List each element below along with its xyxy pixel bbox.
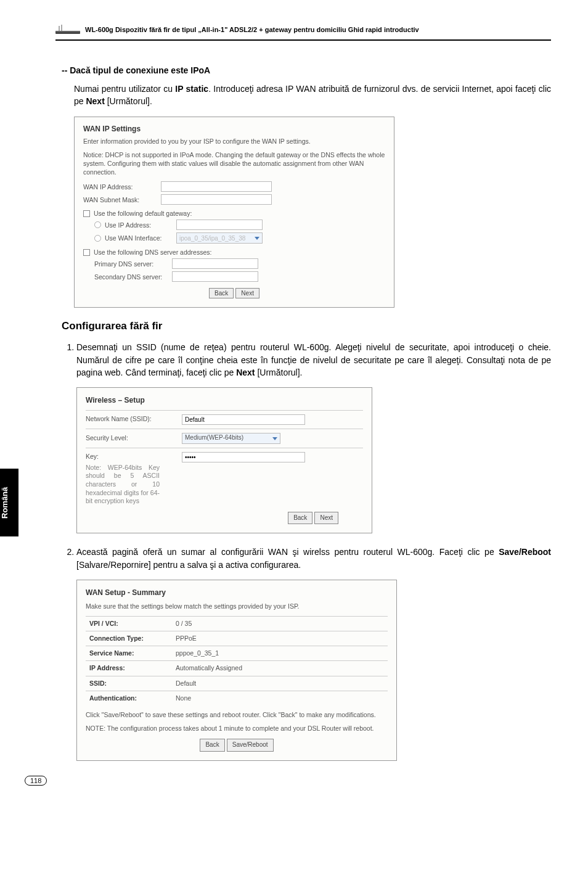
language-tab: Română [0, 469, 18, 536]
header-product-text: WL-600g Dispozitiv fără fir de tipul „Al… [85, 26, 419, 33]
summary-table: VPI / VCI:0 / 35 Connection Type:PPPoE S… [86, 616, 388, 705]
panel3-back-button[interactable]: Back [200, 739, 224, 752]
panel2-back-button[interactable]: Back [288, 512, 312, 525]
table-row: VPI / VCI:0 / 35 [86, 616, 388, 631]
auth-label: Authentication: [86, 691, 172, 705]
conn-type-value: PPPoE [172, 631, 388, 646]
primary-dns-input[interactable] [172, 258, 258, 269]
page-header: WL-600g Dispozitiv fără fir de tipul „Al… [55, 25, 551, 35]
use-gateway-checkbox[interactable] [83, 210, 90, 217]
panel3-footer2: NOTE: The configuration process takes ab… [86, 724, 388, 733]
primary-dns-label: Primary DNS server: [94, 260, 168, 268]
page-number: 118 [25, 776, 47, 786]
table-row: IP Address:Automatically Assigned [86, 661, 388, 676]
panel2-title: Wireless – Setup [86, 395, 363, 406]
secondary-dns-input[interactable] [172, 271, 258, 282]
header-divider [55, 39, 551, 41]
use-dns-label: Use the following DNS server addresses: [94, 248, 211, 256]
wan-subnet-label: WAN Subnet Mask: [83, 196, 157, 203]
table-row: Service Name:pppoe_0_35_1 [86, 646, 388, 661]
table-row: Connection Type:PPPoE [86, 631, 388, 646]
use-wan-if-label: Use WAN Interface: [105, 234, 173, 242]
wan-ip-settings-panel: WAN IP Settings Enter information provid… [74, 117, 394, 308]
wan-subnet-input[interactable] [161, 194, 272, 205]
key-note: Note: WEP-64bits Key should be 5 ASCII c… [86, 464, 160, 506]
use-wan-if-select[interactable]: ipoa_0_35/ipa_0_35_38 [176, 232, 263, 244]
ip-addr-label: IP Address: [86, 661, 172, 676]
security-level-label: Security Level: [86, 433, 178, 443]
panel2-next-button[interactable]: Next [314, 512, 338, 525]
key-label: Key: [86, 452, 178, 461]
svc-name-label: Service Name: [86, 646, 172, 661]
use-wan-if-radio[interactable] [94, 235, 101, 242]
wireless-setup-panel: Wireless – Setup Network Name (SSID): Se… [76, 387, 372, 533]
panel3-save-button[interactable]: Save/Reboot [227, 739, 274, 752]
ip-addr-value: Automatically Assigned [172, 661, 388, 676]
wireless-heading: Configurarea fără fir [62, 320, 551, 332]
secondary-dns-label: Secondary DNS server: [94, 273, 168, 281]
wireless-step-1: Desemnaţi un SSID (nume de reţea) pentru… [76, 341, 551, 533]
ssid-label: Network Name (SSID): [86, 414, 178, 424]
use-gateway-label: Use the following default gateway: [94, 210, 192, 217]
panel3-title: WAN Setup - Summary [86, 588, 388, 598]
vpi-vci-value: 0 / 35 [172, 616, 388, 631]
use-ip-label: Use IP Address: [105, 221, 173, 229]
ipoa-paragraph: Numai pentru utilizator cu IP static. In… [74, 83, 551, 108]
use-dns-checkbox[interactable] [83, 249, 90, 256]
panel1-title: WAN IP Settings [83, 125, 385, 133]
panel3-footer1: Click "Save/Reboot" to save these settin… [86, 710, 388, 719]
key-input[interactable] [182, 452, 305, 462]
panel1-notice: Notice: DHCP is not supported in IPoA mo… [83, 150, 385, 177]
wan-summary-panel: WAN Setup - Summary Make sure that the s… [76, 580, 397, 761]
ssid-sum-label: SSID: [86, 676, 172, 691]
panel1-intro: Enter information provided to you by you… [83, 137, 385, 146]
wan-ip-label: WAN IP Address: [83, 183, 157, 191]
ssid-sum-value: Default [172, 676, 388, 691]
wireless-step-2: Această pagină oferă un sumar al configu… [76, 546, 551, 760]
conn-type-label: Connection Type: [86, 631, 172, 646]
vpi-vci-label: VPI / VCI: [86, 616, 172, 631]
use-ip-radio[interactable] [94, 221, 101, 228]
table-row: Authentication:None [86, 691, 388, 705]
wan-ip-input[interactable] [161, 181, 272, 192]
ssid-input[interactable] [182, 414, 305, 425]
router-icon [55, 25, 80, 35]
ipoa-heading: -- Dacă tipul de conexiune este IPoA [62, 65, 551, 75]
security-level-select[interactable]: Medium(WEP-64bits) [182, 433, 280, 444]
panel3-intro: Make sure that the settings below match … [86, 602, 388, 610]
svc-name-value: pppoe_0_35_1 [172, 646, 388, 661]
auth-value: None [172, 691, 388, 705]
panel1-back-button[interactable]: Back [209, 288, 234, 298]
use-ip-input[interactable] [176, 220, 263, 230]
panel1-next-button[interactable]: Next [235, 288, 259, 298]
svg-rect-3 [55, 31, 80, 32]
table-row: SSID:Default [86, 676, 388, 691]
